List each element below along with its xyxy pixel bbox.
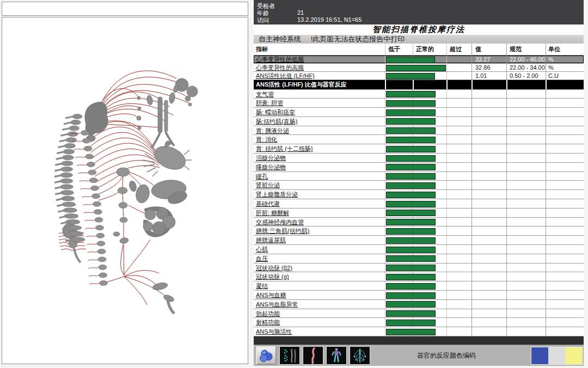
row-label[interactable]: 基础代谢 [254,199,385,208]
row-label[interactable]: 泪腺分泌物 [254,154,385,162]
nervous-system-icon[interactable] [350,346,370,365]
cell-norm [506,226,546,235]
table-row[interactable]: 膀胱逼尿肌 [254,236,584,245]
level-bar [386,283,436,290]
table-row[interactable]: 肾脏分泌 [254,181,584,190]
row-label[interactable]: 胃: 消化 [254,135,385,144]
cell-value [471,199,506,208]
row-label[interactable]: 血压 [254,254,385,263]
row-label[interactable]: 膀胱逼尿肌 [254,236,385,244]
row-label[interactable]: 心率变异性的低频 [254,56,385,63]
row-label[interactable]: 肾上腺髓质分泌 [254,190,385,199]
table-row[interactable]: 勃起功能 [254,309,584,318]
cell-unit: C.U [546,72,584,79]
row-label[interactable]: 支气管 [254,90,385,99]
level-bar [386,182,436,189]
table-row[interactable]: 心肌 [254,245,584,254]
row-label[interactable]: 射精功能 [254,318,385,327]
table-row[interactable]: 基础代谢 [254,199,584,208]
level-bar [386,320,436,326]
table-row[interactable]: 唾腺分泌物 [254,163,584,172]
table-row[interactable]: 膀胱:三角肌(括约肌) [254,226,584,236]
table-row[interactable]: 支气管 [254,90,584,99]
level-bar [386,310,436,317]
row-label[interactable]: 肠:括约肌(直肠) [254,117,385,126]
table-row[interactable]: 凝结 [254,281,584,291]
cell-unit [546,327,584,336]
cell-value [471,108,506,116]
cell-above [446,64,471,71]
table-row[interactable]: ANS活性比值 (LF/HF)1.010.50 - 2.00C.U [254,72,584,80]
level-bar [386,91,436,97]
row-label[interactable]: ANS与血糖 [254,291,385,299]
cell-unit [546,163,584,171]
row-label[interactable]: ANS与脑活性 [254,327,385,336]
table-row[interactable]: 瞳孔 [254,172,584,181]
table-row[interactable]: ANS与血脂异常 [254,300,584,309]
cell-norm [506,327,546,336]
cell-value [471,245,506,254]
table-row[interactable]: 交感神经颅内血管 [254,218,584,227]
row-label[interactable]: 胃: 括约肌 (十二指肠) [254,144,385,153]
row-label[interactable]: 冠状动脉 (β2) [254,263,385,272]
row-label[interactable]: 心肌 [254,245,385,254]
row-label[interactable]: ANS与血脂异常 [254,300,385,309]
cell-above [446,117,471,126]
level-bar [386,127,436,134]
table-row[interactable]: 血压 [254,254,584,263]
cell-norm [506,291,546,299]
cell-unit [546,263,584,272]
row-label[interactable]: 凝结 [254,281,385,290]
row-label[interactable]: 心率变异性的高频 [254,64,385,71]
row-label[interactable]: 肠: 蠕动和痉挛 [254,108,385,116]
cell-norm [506,172,546,181]
spine-segments-icon[interactable] [279,346,300,365]
row-label[interactable]: ANS活性比值 (LF/HF) [254,72,385,79]
table-row[interactable]: 冠状动脉 (β2) [254,263,584,273]
table-row[interactable]: 肾上腺髓质分泌 [254,190,584,199]
table-row[interactable]: 肝脏: 糖酵解 [254,208,584,218]
row-label[interactable]: 肝脏: 糖酵解 [254,208,385,217]
level-bar [386,173,436,180]
cell-value [471,154,506,162]
table-row[interactable]: 胃: 消化 [254,135,584,144]
cell-value [471,291,506,299]
cell-unit [546,309,584,318]
row-label[interactable]: 瞳孔 [254,172,385,181]
table-row[interactable]: ANS与血糖 [254,291,584,300]
table-row[interactable]: 胆囊: 胆管 [254,99,584,108]
table-row[interactable]: ANS与脑活性 [254,327,584,336]
cell-value [471,300,506,309]
cell-value [471,281,506,290]
row-label[interactable]: 胆囊: 胆管 [254,99,385,107]
organs-3d-icon[interactable] [256,346,277,365]
row-label[interactable]: 冠状动脉 (α) [254,272,385,281]
cell-norm [506,144,546,153]
spine-curve-icon[interactable] [303,346,323,365]
cell-unit [546,99,584,107]
table-row[interactable]: 射精功能 [254,318,584,327]
row-label[interactable]: 交感神经颅内血管 [254,218,385,226]
visit-label: 访问 [257,16,269,24]
table-row[interactable]: 冠状动脉 (α) [254,272,584,281]
row-label[interactable]: 勃起功能 [254,309,385,318]
table-row[interactable]: 心率变异性的高频32.8622.00 - 34.00% [254,64,584,72]
cell-above [446,190,471,199]
cell-value: 32.86 [471,64,506,71]
row-label[interactable]: 膀胱:三角肌(括约肌) [254,226,385,235]
cell-above [446,135,471,144]
row-label[interactable]: 唾腺分泌物 [254,163,385,171]
level-bar [386,292,436,299]
body-figure-icon[interactable] [326,346,347,365]
patient-header: 受检者 年龄 21 访问 13.2.2019 16:51, N1=65 [254,0,584,24]
table-row[interactable]: 肠: 蠕动和痉挛 [254,108,584,117]
table-row[interactable]: 胃: 胰液分泌 [254,126,584,136]
table-row[interactable]: 心率变异性的低频33.2722.00 - 46.00% [254,56,584,64]
table-row[interactable]: 泪腺分泌物 [254,154,584,163]
row-label[interactable]: 胃: 胰液分泌 [254,126,385,135]
table-row[interactable]: 胃: 括约肌 (十二指肠) [254,144,584,154]
row-label[interactable]: 肾脏分泌 [254,181,385,189]
table-row[interactable]: 肠:括约肌(直肠) [254,117,584,126]
cell-value [471,181,506,189]
col-norm: 规范 [506,44,546,55]
